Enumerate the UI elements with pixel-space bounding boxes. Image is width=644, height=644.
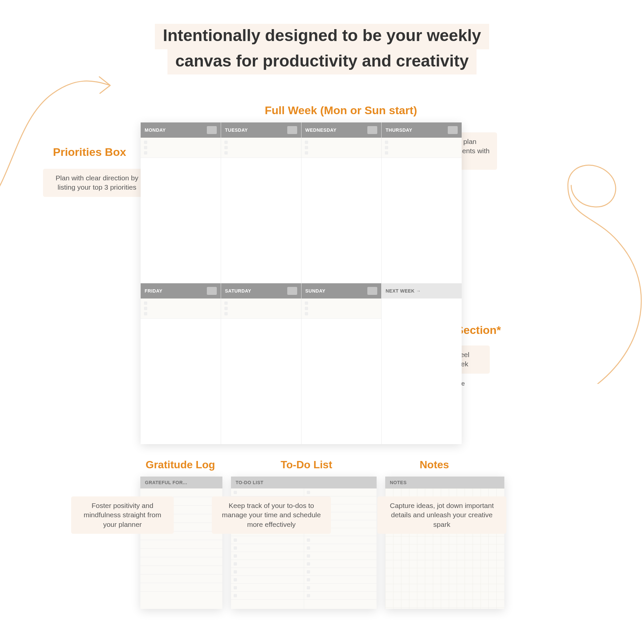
day-col-tue: TUESDAY (221, 122, 301, 283)
callout-todo: Keep track of your to-dos to manage your… (212, 496, 331, 534)
day-col-fri: FRIDAY (141, 283, 221, 444)
next-week-label: NEXT WEEK → (386, 288, 421, 294)
section-heading-full-week: Full Week (Mon or Sun start) (265, 104, 417, 117)
date-box (367, 126, 377, 134)
day-col-wed: WEDNESDAY (301, 122, 382, 283)
date-box (287, 126, 297, 134)
date-box (207, 126, 217, 134)
day-col-mon: MONDAY (141, 122, 221, 283)
section-heading-todo: To-Do List (281, 459, 332, 471)
day-label: SATURDAY (225, 288, 251, 294)
section-heading-priorities: Priorities Box (53, 146, 126, 159)
day-head-thu: THURSDAY (382, 122, 462, 138)
notes-card-header: NOTES (385, 477, 504, 488)
callout-gratitude: Foster positivity and mindfulness straig… (71, 496, 174, 534)
headline-line-1: Intentionally designed to be your weekly (155, 24, 489, 49)
day-head-wed: WEDNESDAY (301, 122, 382, 138)
section-heading-gratitude: Gratitude Log (146, 459, 215, 471)
date-box (287, 287, 297, 295)
day-label: WEDNESDAY (305, 127, 337, 133)
deco-curl-right (548, 146, 644, 384)
day-head-fri: FRIDAY (141, 283, 221, 299)
day-head-tue: TUESDAY (221, 122, 301, 138)
section-heading-notes: Notes (420, 459, 449, 471)
weekly-planner-mock: MONDAY TUESDAY WEDNESDAY THURSDAY (141, 122, 462, 444)
page-headline: Intentionally designed to be your weekly… (0, 24, 644, 74)
planner-row-2: FRIDAY SATURDAY SUNDAY NEXT WEEK → (141, 283, 462, 444)
day-col-nextweek: NEXT WEEK → (382, 283, 462, 444)
checkbox-icon (144, 146, 147, 149)
day-label: THURSDAY (386, 127, 412, 133)
callout-notes: Capture ideas, jot down important detail… (377, 496, 506, 534)
day-head-sun: SUNDAY (301, 283, 382, 299)
gratitude-card-header: GRATEFUL FOR... (140, 477, 222, 488)
headline-line-2: canvas for productivity and creativity (167, 49, 477, 75)
priorities-zone (141, 138, 221, 158)
date-box (448, 126, 458, 134)
day-col-sun: SUNDAY (301, 283, 382, 444)
day-head-mon: MONDAY (141, 122, 221, 138)
day-col-sat: SATURDAY (221, 283, 301, 444)
day-label: MONDAY (145, 127, 166, 133)
day-col-thu: THURSDAY (382, 122, 462, 283)
date-box (207, 287, 217, 295)
day-label: SUNDAY (305, 288, 326, 294)
callout-priorities: Plan with clear direction by listing you… (43, 169, 151, 197)
date-box (367, 287, 377, 295)
checkbox-icon (144, 151, 147, 155)
day-label: TUESDAY (225, 127, 248, 133)
day-label: FRIDAY (145, 288, 162, 294)
day-head-sat: SATURDAY (221, 283, 301, 299)
planner-row-1: MONDAY TUESDAY WEDNESDAY THURSDAY (141, 122, 462, 283)
checkbox-icon (144, 141, 147, 144)
next-week-head: NEXT WEEK → (382, 283, 462, 299)
todo-card-header: TO-DO LIST (231, 477, 377, 488)
